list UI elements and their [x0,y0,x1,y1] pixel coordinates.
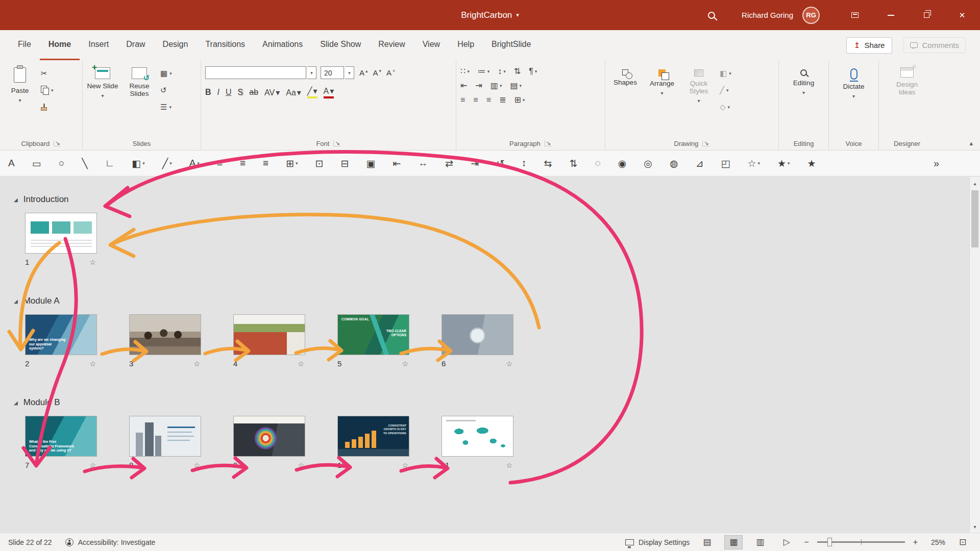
columns-button[interactable]: ▥▾ [491,81,502,90]
pill-shape-button[interactable]: ◌ ▾ [595,158,600,169]
share-button[interactable]: ↥ Share [846,37,893,54]
align-right-button[interactable]: ≡ [486,95,491,105]
section-collapse-icon[interactable]: ◢ [14,197,18,203]
slide-layout-button[interactable]: ▦▾ [160,67,172,80]
reuse-slides-button[interactable]: Reuse Slides [124,64,155,126]
scrollbar-thumb[interactable] [971,190,978,247]
section-collapse-icon[interactable]: ◢ [14,298,18,304]
font-name-input[interactable] [205,66,306,79]
comments-button[interactable]: Comments [903,37,966,53]
rectangle-shape-button[interactable]: ▭ ▾ [32,158,41,169]
zoom-in-button[interactable]: + [913,538,918,547]
dialog-launcher-icon[interactable]: ↘ [545,140,552,146]
slide-thumbnail-5[interactable]: COMMON GOAL TWO CLEAR OPTIONS [337,314,409,355]
elbow-connector-button[interactable]: ∟ ▾ [105,158,115,169]
align-right-button[interactable]: ≡ ▾ [263,158,268,169]
send-backward-button[interactable]: ⊟ ▾ [341,158,349,169]
bold-button[interactable]: B [205,88,211,97]
slide-thumbnail-7[interactable]: What is the Five Conversations Framework… [25,416,97,457]
align-center-button[interactable]: ≡ ▾ [240,158,246,169]
favorite-tools-button[interactable]: ☆ ▾ [747,158,760,169]
animation-star-icon[interactable]: ☆ [402,461,408,469]
align-center-button[interactable]: ≡ [473,95,478,105]
animation-star-icon[interactable]: ☆ [193,360,200,368]
copy-button[interactable]: ▾ [41,84,54,96]
clear-formatting-button[interactable]: A× [386,68,395,77]
fit-to-window-button[interactable]: ⊡ [953,535,972,549]
zoom-slider-thumb[interactable] [827,538,832,546]
collapse-ribbon-button[interactable]: ▴ [969,139,973,147]
section-button[interactable]: ☰▾ [160,101,172,113]
font-color-button[interactable]: A▾ [324,86,334,98]
underline-button[interactable]: U [226,88,232,97]
text-box-button[interactable]: A ▾ [8,158,15,169]
tab-animations[interactable]: Animations [254,30,311,60]
reset-slide-button[interactable]: ↺ [160,84,172,96]
animation-star-icon[interactable]: ☆ [402,360,408,368]
animation-star-icon[interactable]: ☆ [89,461,96,469]
bullets-button[interactable]: ∷▾ [460,66,470,76]
slide-sorter-canvas[interactable]: ◢ Introduction 1 ☆ [0,177,969,533]
font-color-button[interactable]: A ▾ [189,158,200,169]
tab-insert[interactable]: Insert [80,30,117,60]
avatar[interactable]: RG [802,7,820,24]
font-size-input[interactable] [321,66,344,79]
section-header[interactable]: ◢ Module B [14,397,969,408]
shape-outline-button[interactable]: ╱▾ [720,84,731,96]
change-case-button[interactable]: Aa▾ [286,88,301,97]
increase-indent-button[interactable]: ⇥ [475,81,482,90]
donut-shape-button[interactable]: ◍ ▾ [670,158,678,169]
align-text-button[interactable]: ▤▾ [510,81,522,90]
zoom-level[interactable]: 25% [926,538,945,546]
animation-star-icon[interactable]: ☆ [506,360,512,368]
line-shape-button[interactable]: ╲ ▾ [82,158,87,169]
blob-shape-button[interactable]: ◉ ▾ [618,158,627,169]
new-slide-button[interactable]: New Slide ▾ [87,64,118,126]
text-shadow-button[interactable]: S [238,88,243,97]
slide-thumbnail-11[interactable] [442,416,513,457]
convert-to-smartart-button[interactable]: ⊞▾ [514,95,525,105]
align-edge-button[interactable]: ⇥ ▾ [471,158,479,169]
distribute-horizontal-button[interactable]: ↔ ▾ [418,158,428,169]
shape-outline-button[interactable]: ╱ ▾ [162,158,172,169]
rotate-button[interactable]: ↺ ▾ [496,158,504,169]
shapes-button[interactable]: Shapes [609,64,641,126]
crop-button[interactable]: ⊿ ▾ [696,158,704,169]
zoom-out-button[interactable]: − [804,538,808,547]
oval-shape-button[interactable]: ○ ▾ [59,158,64,169]
presentation-title-button[interactable]: BrightCarbon ▾ [461,10,519,20]
ring-shape-button[interactable]: ◎ ▾ [644,158,652,169]
design-ideas-button[interactable]: Design Ideas [891,64,923,126]
tab-draw[interactable]: Draw [117,30,154,60]
user-name[interactable]: Richard Goring [742,11,793,19]
align-left-button[interactable]: ≡ [460,95,465,105]
close-button[interactable]: ✕ [944,0,980,30]
match-width-button[interactable]: ⇆ ▾ [544,158,552,169]
text-direction-button[interactable]: ¶▾ [529,67,537,76]
scroll-up-icon[interactable]: ▴ [970,178,980,188]
font-name-caret-icon[interactable]: ▾ [307,66,316,79]
dialog-launcher-icon[interactable]: ↘ [54,140,61,146]
star-effect-button[interactable]: ★ ▾ [777,158,790,169]
tab-help[interactable]: Help [449,30,483,60]
zoom-slider[interactable] [817,541,905,543]
distribute-vertical-button[interactable]: ⇅ ▾ [570,158,578,169]
slide-thumbnail-9[interactable] [233,416,305,457]
slide-thumbnail-10[interactable]: CONSISTENT GROWTH IS KEY TO OPERATIONS [337,416,409,457]
slide-thumbnail-1[interactable] [25,213,97,254]
animation-star-icon[interactable]: ☆ [298,461,304,469]
dialog-launcher-icon[interactable]: ↘ [333,140,340,146]
toolbar-overflow-button[interactable]: » [934,158,939,169]
slide-thumbnail-3[interactable] [129,314,201,355]
slideshow-view-button[interactable]: ▷ [777,535,796,549]
arrange-button[interactable]: Arrange ▾ [646,64,678,126]
paste-button[interactable]: Paste ▾ [4,64,36,126]
slide-thumbnail-6[interactable] [442,314,513,355]
shape-fill-button[interactable]: ◧ ▾ [132,158,144,169]
match-height-button[interactable]: ↕ ▾ [522,158,527,169]
animation-star-icon[interactable]: ☆ [298,360,304,368]
section-header[interactable]: ◢ Module A [14,296,969,306]
group-objects-button[interactable]: ▣ ▾ [366,158,375,169]
editing-button[interactable]: Editing ▾ [788,64,820,126]
justify-button[interactable]: ≣ [499,95,506,105]
